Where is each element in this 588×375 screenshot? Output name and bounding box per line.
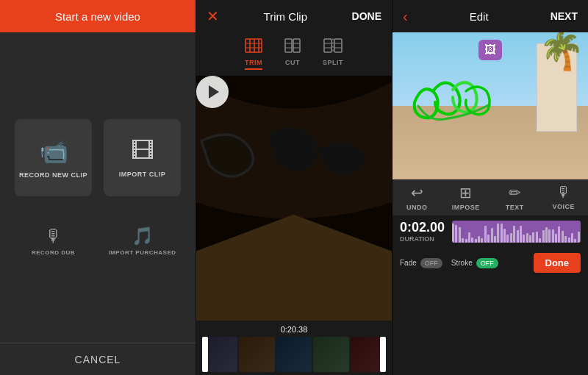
tab-cut-label: CUT <box>285 59 300 66</box>
close-icon[interactable]: ✕ <box>207 7 219 25</box>
voice-label: VOICE <box>552 203 575 210</box>
panel-trim-clip: ✕ Trim Clip DONE TRIM <box>196 0 392 375</box>
undo-label: UNDO <box>406 204 428 211</box>
import-btn-label: IMPORT CLIP <box>119 171 166 178</box>
small-button-row: 🎙 RECORD DUB 🎵 IMPORT PURCHASED <box>15 226 181 256</box>
edit-footer: Fade OFF Stroke OFF Done <box>392 247 588 279</box>
audio-waveform <box>452 221 581 243</box>
record-new-clip-button[interactable]: 📹 RECORD NEW CLIP <box>15 119 92 196</box>
cancel-label[interactable]: CANCEL <box>75 354 121 365</box>
thumb-3 <box>276 337 312 372</box>
impose-label: IMPOSE <box>452 204 480 211</box>
play-button[interactable] <box>196 76 229 108</box>
video-preview <box>196 76 392 321</box>
cut-icon <box>284 38 301 57</box>
palm-tree-icon: 🌴 <box>539 32 584 69</box>
tab-trim-label: TRIM <box>245 59 262 66</box>
thumb-2 <box>239 337 274 372</box>
undo-button[interactable]: ↩ UNDO <box>398 184 435 211</box>
panel1-title: Start a new video <box>55 10 140 23</box>
text-icon: ✏ <box>509 184 521 201</box>
duration-bar: 0:02.00 DURATION <box>392 215 588 247</box>
stroke-toggle-row: Stroke OFF <box>451 258 498 268</box>
panel-new-video: Start a new video 📹 RECORD NEW CLIP 🎞 IM… <box>0 0 196 375</box>
camera-icon: 📹 <box>39 138 68 165</box>
trim-tabs: TRIM CUT <box>196 32 392 76</box>
tab-trim[interactable]: TRIM <box>245 38 262 70</box>
tab-split[interactable]: SPLIT <box>323 38 343 70</box>
timeline-area: 0:20.38 <box>196 321 392 375</box>
beach-scene: 🌴 🖼 <box>392 32 588 179</box>
trim-done-button[interactable]: DONE <box>352 10 381 22</box>
image-icon: 🖼 <box>484 43 496 57</box>
panel1-header: Start a new video <box>0 0 196 32</box>
record-dub-label: RECORD DUB <box>32 249 75 256</box>
record-dub-button[interactable]: 🎙 RECORD DUB <box>15 226 92 256</box>
trim-handle-right[interactable] <box>380 337 386 372</box>
panel2-title: Trim Clip <box>264 10 307 23</box>
panel-edit: ‹ Edit NEXT 🌴 🌴 🖼 <box>392 0 588 375</box>
text-button[interactable]: ✏ TEXT <box>496 184 533 211</box>
panel3-header: ‹ Edit NEXT <box>392 0 588 32</box>
panel3-title: Edit <box>470 10 489 23</box>
music-icon: 🎵 <box>132 226 154 246</box>
timeline-thumbnails <box>202 337 386 372</box>
split-icon <box>323 38 343 57</box>
stroke-label: Stroke <box>451 259 473 267</box>
duration-display: 0:02.00 DURATION <box>400 220 445 243</box>
panel1-footer: CANCEL <box>0 343 196 375</box>
text-label: TEXT <box>506 204 524 211</box>
video-frame <box>196 76 392 321</box>
panel1-content: 📹 RECORD NEW CLIP 🎞 IMPORT CLIP 🎙 RECORD… <box>0 32 196 343</box>
thumb-4 <box>313 337 348 372</box>
film-icon: 🎞 <box>131 138 154 165</box>
next-button[interactable]: NEXT <box>551 10 578 22</box>
svg-rect-15 <box>334 39 342 52</box>
back-icon[interactable]: ‹ <box>403 8 408 25</box>
undo-icon: ↩ <box>411 184 423 201</box>
voice-button[interactable]: 🎙 VOICE <box>545 184 582 211</box>
tab-cut[interactable]: CUT <box>284 38 301 70</box>
stroke-toggle[interactable]: OFF <box>476 258 498 268</box>
duration-time-value: 0:02.00 <box>400 220 445 235</box>
svg-rect-6 <box>285 39 292 52</box>
impose-icon: ⊞ <box>459 184 472 201</box>
graffiti-overlay <box>407 69 495 143</box>
done-button[interactable]: Done <box>534 253 581 273</box>
trim-icon <box>245 38 262 57</box>
trim-handle-left[interactable] <box>202 337 208 372</box>
fade-label: Fade <box>400 259 417 267</box>
voice-icon: 🎙 <box>556 184 571 201</box>
svg-rect-9 <box>293 39 300 52</box>
impose-button[interactable]: ⊞ IMPOSE <box>448 184 484 211</box>
import-purchased-label: IMPORT PURCHASED <box>108 249 176 256</box>
edit-video-preview: 🌴 🌴 🖼 <box>392 32 588 179</box>
edit-tools-bar: ↩ UNDO ⊞ IMPOSE ✏ TEXT 🎙 VOICE <box>392 179 588 215</box>
timeline-timestamp: 0:20.38 <box>202 325 386 334</box>
microphone-icon: 🎙 <box>45 226 62 246</box>
record-btn-label: RECORD NEW CLIP <box>19 171 87 179</box>
svg-rect-12 <box>324 39 331 52</box>
tab-split-label: SPLIT <box>323 59 343 66</box>
import-clip-button[interactable]: 🎞 IMPORT CLIP <box>104 119 181 196</box>
fade-toggle-row: Fade OFF <box>400 258 442 268</box>
import-purchased-button[interactable]: 🎵 IMPORT PURCHASED <box>104 226 181 256</box>
duration-label: DURATION <box>400 235 445 243</box>
photo-overlay-icon[interactable]: 🖼 <box>478 40 502 60</box>
panel2-header: ✕ Trim Clip DONE <box>196 0 392 32</box>
fade-toggle[interactable]: OFF <box>420 258 442 268</box>
main-button-row: 📹 RECORD NEW CLIP 🎞 IMPORT CLIP <box>15 119 181 196</box>
